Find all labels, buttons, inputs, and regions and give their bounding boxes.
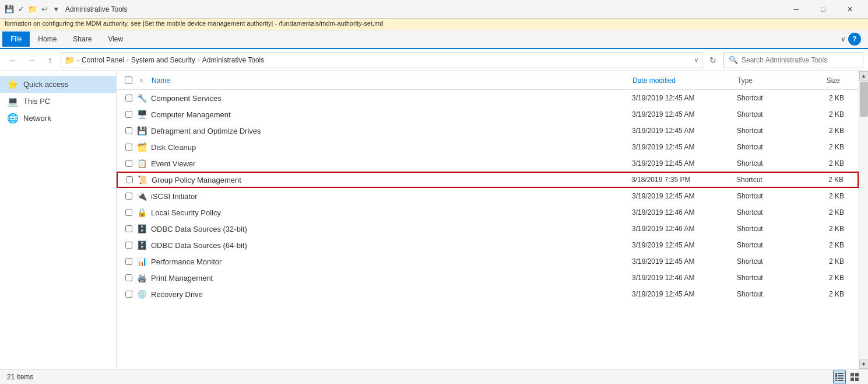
column-date-header[interactable]: Date modified	[632, 76, 737, 85]
expand-arrow-icon[interactable]: ∨	[841, 35, 846, 43]
table-row[interactable]: 💾 Defragment and Optimize Drives 3/19/20…	[117, 123, 859, 139]
row-checkbox[interactable]	[122, 258, 136, 265]
row-checkbox[interactable]	[122, 225, 136, 232]
file-type: Shortcut	[737, 143, 807, 151]
title-bar-icons: 💾 ✓ 📁 ↩ ▾	[5, 5, 61, 14]
table-row[interactable]: 💿 Recovery Drive 3/19/2019 12:45 AM Shor…	[117, 286, 859, 302]
table-row[interactable]: 🖨️ Print Management 3/19/2019 12:46 AM S…	[117, 270, 859, 286]
file-date: 3/19/2019 12:45 AM	[632, 192, 737, 200]
row-checkbox[interactable]	[122, 176, 136, 183]
title-bar: 💾 ✓ 📁 ↩ ▾ Administrative Tools ─ □ ✕	[0, 0, 868, 19]
scroll-track[interactable]	[859, 118, 868, 359]
file-icon: 💿	[136, 288, 147, 300]
scroll-thumb[interactable]	[860, 82, 868, 117]
header-checkbox[interactable]	[121, 76, 135, 84]
file-date: 3/19/2019 12:45 AM	[632, 94, 737, 102]
path-folder-icon: 📁	[65, 55, 75, 65]
item-count: 21 items	[7, 373, 33, 381]
row-checkbox[interactable]	[122, 111, 136, 118]
tab-share[interactable]: Share	[65, 32, 100, 47]
forward-button[interactable]: →	[23, 52, 40, 68]
scroll-down-button[interactable]: ▼	[859, 359, 869, 369]
table-row[interactable]: 🗄️ ODBC Data Sources (64-bit) 3/19/2019 …	[117, 237, 859, 253]
undo-icon[interactable]: ↩	[40, 5, 49, 14]
file-name: iSCSI Initiator	[151, 192, 632, 201]
file-list: 🔧 Component Services 3/19/2019 12:45 AM …	[117, 90, 859, 369]
file-name: Performance Monitor	[151, 257, 632, 266]
svg-rect-4	[835, 378, 837, 379]
file-size: 2 KB	[807, 127, 853, 135]
table-row[interactable]: 🗄️ ODBC Data Sources (32-bit) 3/19/2019 …	[117, 221, 859, 237]
tiles-view-icon	[851, 373, 859, 381]
row-checkbox[interactable]	[122, 95, 136, 102]
table-row[interactable]: 🗂️ Disk Cleanup 3/19/2019 12:45 AM Short…	[117, 139, 859, 155]
help-button[interactable]: ?	[848, 33, 861, 46]
table-row[interactable]: 🔒 Local Security Policy 3/19/2019 12:46 …	[117, 204, 859, 221]
row-checkbox[interactable]	[122, 127, 136, 134]
ribbon: File Home Share View ∨ ?	[0, 30, 868, 49]
tab-file[interactable]: File	[2, 32, 30, 47]
sidebar-item-network[interactable]: 🌐 Network	[0, 110, 116, 127]
file-type: Shortcut	[737, 290, 807, 298]
back-button[interactable]: ←	[5, 52, 21, 68]
tab-home[interactable]: Home	[30, 32, 65, 47]
breadcrumb-dropdown-icon[interactable]: ∨	[694, 57, 698, 63]
row-checkbox[interactable]	[122, 193, 136, 200]
breadcrumb-control-panel[interactable]: Control Panel	[82, 56, 124, 64]
minimize-button[interactable]: ─	[783, 0, 810, 19]
file-type: Shortcut	[737, 274, 807, 282]
row-checkbox[interactable]	[122, 274, 136, 281]
file-size: 2 KB	[807, 208, 853, 217]
column-type-header[interactable]: Type	[737, 76, 807, 85]
svg-rect-6	[835, 380, 837, 381]
refresh-button[interactable]: ↻	[705, 52, 721, 68]
maximize-button[interactable]: □	[810, 0, 837, 19]
file-type: Shortcut	[737, 110, 807, 118]
view-details-button[interactable]	[833, 371, 846, 383]
row-checkbox[interactable]	[122, 242, 136, 249]
file-name: Print Management	[151, 274, 632, 282]
select-all-checkbox[interactable]	[125, 76, 132, 84]
view-tiles-button[interactable]	[848, 371, 861, 383]
save-icon[interactable]: 💾	[5, 5, 14, 14]
breadcrumb-admin-tools[interactable]: Administrative Tools	[202, 56, 265, 64]
check-icon[interactable]: ✓	[16, 5, 26, 14]
table-row[interactable]: 🔌 iSCSI Initiator 3/19/2019 12:45 AM Sho…	[117, 188, 859, 204]
row-checkbox[interactable]	[122, 160, 136, 167]
scroll-up-button[interactable]: ▲	[859, 71, 869, 81]
search-input[interactable]	[742, 56, 858, 64]
file-icon: 🖥️	[136, 109, 147, 120]
search-box[interactable]: 🔍	[723, 52, 863, 68]
file-name: Group Policy Management	[152, 176, 631, 184]
column-size-header[interactable]: Size	[807, 76, 854, 85]
address-path[interactable]: 📁 › Control Panel › System and Security …	[61, 52, 702, 68]
sidebar-item-this-pc[interactable]: 💻 This PC	[0, 93, 116, 110]
breadcrumb-system-security[interactable]: System and Security	[131, 56, 195, 64]
undo-dropdown-icon[interactable]: ▾	[51, 5, 61, 14]
scrollbar[interactable]: ▲ ▼	[859, 71, 868, 369]
row-checkbox[interactable]	[122, 209, 136, 216]
table-row[interactable]: 📊 Performance Monitor 3/19/2019 12:45 AM…	[117, 253, 859, 270]
table-row[interactable]: 🖥️ Computer Management 3/19/2019 12:45 A…	[117, 106, 859, 123]
file-name: Component Services	[151, 94, 632, 103]
row-checkbox[interactable]	[122, 144, 136, 151]
file-name: Event Viewer	[151, 159, 632, 168]
file-icon: 🗄️	[136, 223, 147, 235]
table-row[interactable]: 🔧 Component Services 3/19/2019 12:45 AM …	[117, 90, 859, 106]
file-size: 2 KB	[807, 192, 853, 200]
up-button[interactable]: ↑	[42, 52, 58, 68]
file-type: Shortcut	[737, 208, 807, 217]
file-name: Local Security Policy	[151, 208, 632, 217]
main-area: ⭐ Quick access 💻 This PC 🌐 Network ∧ Nam…	[0, 71, 868, 369]
tab-view[interactable]: View	[100, 32, 131, 47]
folder-icon[interactable]: 📁	[28, 5, 37, 14]
column-name-header[interactable]: Name	[147, 76, 632, 85]
table-row[interactable]: 📜 Group Policy Management 3/18/2019 7:35…	[117, 172, 859, 188]
file-name: Computer Management	[151, 110, 632, 119]
file-icon: 🖨️	[136, 272, 147, 284]
close-button[interactable]: ✕	[837, 0, 863, 19]
table-row[interactable]: 📋 Event Viewer 3/19/2019 12:45 AM Shortc…	[117, 155, 859, 172]
sort-arrow-icon: ∧	[135, 77, 147, 83]
sidebar-item-quick-access[interactable]: ⭐ Quick access	[0, 76, 116, 93]
row-checkbox[interactable]	[122, 291, 136, 298]
